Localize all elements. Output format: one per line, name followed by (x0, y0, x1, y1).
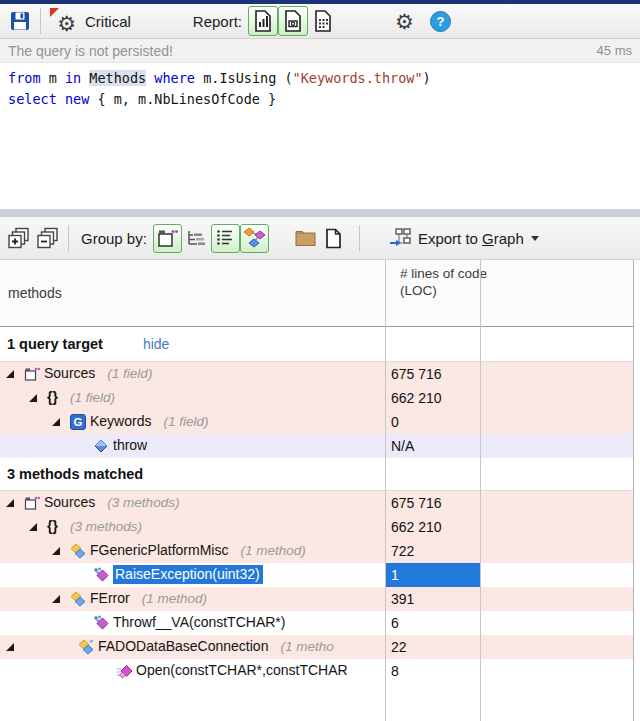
method2-icon (116, 663, 132, 679)
report-chart-button[interactable] (248, 6, 278, 36)
query-code-editor[interactable]: from m in Methods where m.IsUsing ("Keyw… (0, 63, 640, 209)
open-folder-button[interactable] (291, 224, 320, 253)
methods-cell: {}(1 field) (0, 386, 385, 410)
group-by-label: Group by: (81, 230, 147, 247)
section-label: 1 query target (0, 336, 103, 352)
collapse-all-icon (36, 227, 59, 250)
node-text: {}(1 field) (47, 389, 115, 405)
tree-row[interactable]: Sources(3 methods)675 716 (0, 491, 633, 515)
assembly-icon (24, 495, 40, 511)
code-token: { m, m.NbLinesOfCode } (97, 91, 276, 107)
save-button[interactable] (6, 7, 34, 35)
node-text: FADODataBaseConnection(1 metho (98, 638, 334, 654)
node-annotation: (1 method) (240, 543, 305, 558)
tree-row[interactable]: RaiseException(uint32)1 (0, 563, 633, 587)
report-label: Report: (193, 13, 242, 30)
help-button[interactable]: ? (427, 8, 454, 35)
report-snapshot-icon (281, 9, 305, 33)
results-grid: methods # lines of code (LOC) 1 query ta… (0, 260, 634, 721)
code-token: in (65, 70, 89, 86)
expand-all-button[interactable] (4, 224, 33, 253)
expander-icon[interactable] (52, 547, 60, 555)
code-token: Methods (89, 70, 146, 86)
tree-row[interactable]: FADODataBaseConnection(1 metho22 (0, 635, 633, 659)
report-chart-icon (251, 9, 275, 33)
tree-row[interactable]: Sources(1 field)675 716 (0, 362, 633, 386)
tree-row[interactable]: {}(3 methods)662 210 (0, 515, 633, 539)
expander-icon[interactable] (52, 418, 60, 426)
expander-icon[interactable] (6, 370, 14, 378)
group-by-assemblies-button[interactable] (153, 224, 182, 253)
chevron-down-icon (531, 236, 539, 241)
node-text: FError(1 method) (90, 590, 207, 606)
loc-value-cell: 662 210 (386, 386, 480, 410)
group-by-types-button[interactable] (240, 224, 269, 253)
tree-row[interactable]: FGenericPlatformMisc(1 method)722 (0, 539, 633, 563)
node-label: FADODataBaseConnection (98, 638, 268, 654)
methods-cell: Open(constTCHAR*,constTCHAR (0, 659, 385, 683)
methods-cell: {}(3 methods) (0, 515, 385, 539)
collapse-all-button[interactable] (33, 224, 62, 253)
svg-text:G: G (74, 416, 83, 428)
node-label: throw (113, 437, 147, 453)
code-token: ) (423, 70, 431, 86)
class2-icon (78, 639, 94, 655)
loc-column-header[interactable]: # lines of code (LOC) (393, 260, 495, 326)
methods-cell: GKeywords(1 field) (0, 410, 385, 434)
grid-header: methods # lines of code (LOC) (0, 260, 633, 327)
types-diamonds-icon (243, 227, 266, 250)
report-snapshot-button[interactable] (278, 6, 308, 36)
settings-button[interactable]: ⚙ (392, 8, 417, 35)
tree-row[interactable]: Throwf__VA(constTCHAR*)6 (0, 611, 633, 635)
tree-row[interactable]: GKeywords(1 field)0 (0, 410, 633, 434)
loc-value-cell: 675 716 (386, 362, 480, 386)
new-query-button[interactable] (320, 224, 347, 253)
loc-value-cell: 1 (386, 563, 480, 587)
group-by-list-button[interactable] (211, 224, 240, 253)
throw-icon (93, 438, 109, 454)
node-annotation: (3 methods) (107, 495, 179, 510)
methods-cell: Sources(1 field) (0, 362, 385, 386)
settings-gear-icon: ⚙ (395, 11, 414, 32)
report-matrix-button[interactable] (308, 6, 338, 36)
expander-icon[interactable] (6, 643, 14, 651)
gear-icon: ⚙ (57, 13, 76, 34)
expander-icon[interactable] (29, 523, 37, 531)
node-label: Throwf__VA(constTCHAR*) (113, 614, 285, 630)
loc-value-cell: 0 (386, 410, 480, 434)
node-label: {} (47, 389, 58, 405)
node-text: Throwf__VA(constTCHAR*) (113, 614, 285, 630)
node-text: Keywords(1 field) (90, 413, 208, 429)
methods-column-header[interactable]: methods (0, 260, 393, 326)
loc-value-cell: 391 (386, 587, 480, 611)
methods-cell: Throwf__VA(constTCHAR*) (0, 611, 385, 635)
export-to-graph-label: Export to Graph (418, 230, 524, 247)
code-line-1: from m in Methods where m.IsUsing ("Keyw… (8, 68, 640, 89)
export-graph-icon (388, 227, 412, 249)
node-label: Keywords (90, 413, 151, 429)
toolbar-separator (68, 225, 69, 251)
section-row: 1 query targethide (0, 327, 633, 362)
methods-cell: RaiseException(uint32) (0, 563, 385, 587)
hide-link[interactable]: hide (143, 336, 169, 352)
node-text: FGenericPlatformMisc(1 method) (90, 542, 306, 558)
method-icon (93, 615, 109, 631)
expander-icon[interactable] (52, 595, 60, 603)
tree-row[interactable]: {}(1 field)662 210 (0, 386, 633, 410)
tree-row[interactable]: throwN/A (0, 434, 633, 458)
expand-all-icon (7, 227, 30, 250)
expander-icon[interactable] (29, 394, 37, 402)
save-icon (9, 10, 31, 32)
critical-rule-button[interactable]: ⚙ (47, 5, 79, 37)
code-token: m.IsUsing ( (203, 70, 292, 86)
tree-row[interactable]: FError(1 method)391 (0, 587, 633, 611)
tree-row[interactable]: Open(constTCHAR*,constTCHAR8 (0, 659, 633, 683)
folder-icon (294, 227, 317, 250)
node-label: RaiseException(uint32) (113, 565, 263, 584)
group-by-namespaces-button[interactable] (182, 224, 211, 253)
expander-icon[interactable] (6, 499, 14, 507)
method-icon (93, 567, 109, 583)
export-to-graph-button[interactable]: Export to Graph (382, 224, 545, 252)
horizontal-splitter[interactable] (0, 209, 640, 217)
code-token: where (154, 70, 203, 86)
